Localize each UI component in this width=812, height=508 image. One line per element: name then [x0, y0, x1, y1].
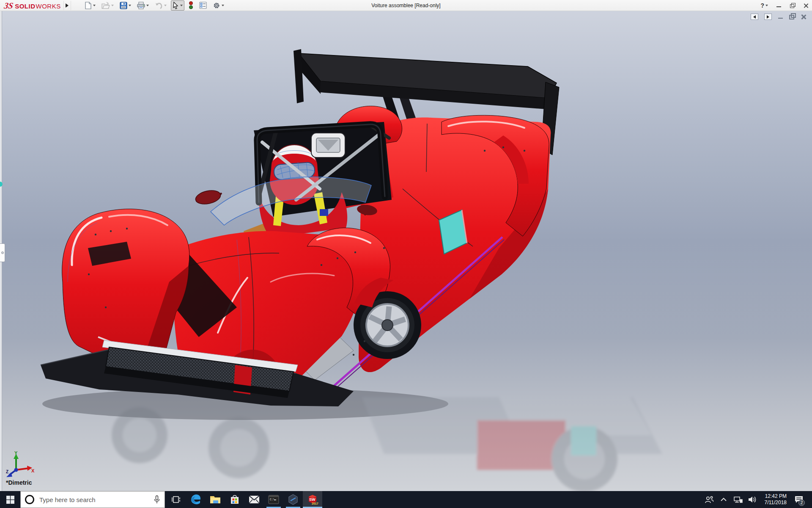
save-icon [120, 2, 127, 9]
select-cursor-icon [173, 2, 179, 9]
next-pane-button[interactable] [764, 14, 772, 20]
system-tray: 12:42 PM 7/11/2018 2 [703, 491, 812, 508]
save-button[interactable] [118, 0, 133, 11]
restore-button[interactable] [790, 3, 795, 8]
options-gear-icon [213, 2, 220, 9]
store-button[interactable] [225, 491, 244, 508]
view-orientation-label: *Dimetric [6, 479, 32, 486]
flyout-triangle-icon [66, 3, 69, 8]
solidworks-2017-icon: SW 2017 [307, 494, 318, 505]
select-dropdown-caret[interactable] [180, 5, 183, 6]
rebuild-traffic-light-icon [189, 1, 193, 9]
volume-icon [748, 496, 757, 503]
taskbar-clock[interactable]: 12:42 PM 7/11/2018 [760, 493, 791, 506]
rebuild-button[interactable] [187, 0, 195, 11]
file-explorer-button[interactable] [206, 491, 225, 508]
options-button[interactable] [211, 0, 226, 11]
command-prompt-icon: C:\ [268, 495, 279, 504]
previous-pane-button[interactable] [751, 14, 758, 20]
doc-minimize-button[interactable] [778, 14, 783, 19]
action-center-button[interactable]: 2 [793, 491, 805, 508]
print-dropdown-caret[interactable] [146, 5, 149, 6]
windows-logo-icon [6, 496, 14, 504]
people-button[interactable] [703, 491, 716, 508]
file-properties-icon [199, 2, 207, 9]
network-button[interactable] [732, 491, 744, 508]
mail-button[interactable] [244, 491, 264, 508]
triad-z-label: Z [6, 469, 8, 474]
file-explorer-icon [210, 495, 221, 504]
race-car-model[interactable] [0, 11, 812, 491]
hexagon-app-icon [288, 494, 299, 505]
volume-button[interactable] [746, 491, 759, 508]
3ds-mark: 3S [3, 1, 14, 10]
new-document-icon [85, 2, 92, 9]
taskbar: C:\ SW 2017 [0, 491, 812, 508]
print-icon [137, 2, 145, 9]
taskbar-search[interactable] [20, 491, 165, 508]
new-dropdown-caret[interactable] [93, 5, 96, 6]
file-properties-button[interactable] [198, 0, 208, 10]
menu-flyout-arrow[interactable] [63, 1, 71, 10]
close-button[interactable] [804, 3, 809, 8]
edge-icon [190, 494, 201, 505]
save-dropdown-caret[interactable] [129, 5, 131, 6]
document-window-controls [751, 14, 806, 20]
task-view-icon [172, 495, 181, 504]
arrow-right-icon [767, 15, 769, 19]
quick-access-toolbar [83, 0, 226, 11]
task-view-button[interactable] [167, 491, 186, 508]
triad-x-label: X [31, 468, 35, 473]
edge-button[interactable] [186, 491, 206, 508]
air-intake[interactable] [311, 133, 345, 157]
cortana-icon [25, 495, 34, 504]
reference-triad: Y X Z [5, 451, 35, 479]
help-button[interactable]: ? [760, 2, 768, 9]
undo-icon [155, 2, 163, 9]
microphone-icon[interactable] [154, 495, 160, 504]
undo-dropdown-caret[interactable] [164, 5, 167, 6]
search-input[interactable] [38, 496, 149, 504]
clock-time: 12:42 PM [765, 493, 787, 500]
chevron-up-icon [720, 497, 727, 502]
solidworks-2017-button[interactable]: SW 2017 [303, 491, 322, 508]
open-icon [102, 2, 110, 9]
people-icon [705, 495, 714, 504]
minimize-button[interactable] [776, 3, 782, 8]
clock-date: 7/11/2018 [765, 500, 787, 506]
mail-icon [249, 495, 260, 504]
select-button[interactable] [171, 0, 184, 11]
arrow-left-icon [753, 15, 756, 19]
brand-solid: SOLID [15, 3, 35, 10]
graphics-area[interactable]: Y X Z *Dimetric [0, 11, 812, 491]
open-dropdown-caret[interactable] [111, 5, 114, 6]
options-dropdown-caret[interactable] [222, 5, 224, 6]
command-prompt-button[interactable]: C:\ [264, 491, 283, 508]
undo-button[interactable] [153, 1, 168, 10]
triad-y-label: Y [14, 451, 18, 456]
network-icon [733, 496, 743, 503]
hidden-icons-button[interactable] [717, 491, 730, 508]
print-button[interactable] [135, 0, 151, 11]
title-bar: 3S SOLID WORKS [0, 0, 812, 11]
doc-close-button[interactable] [801, 14, 806, 19]
help-icon: ? [760, 2, 764, 9]
start-button[interactable] [0, 491, 20, 508]
new-document-button[interactable] [83, 0, 97, 11]
doc-restore-button[interactable] [789, 14, 795, 19]
taskbar-icons: C:\ SW 2017 [167, 491, 322, 508]
notification-badge: 2 [798, 500, 805, 506]
open-button[interactable] [100, 0, 115, 11]
window-controls: ? [760, 0, 809, 11]
solidworks-logo[interactable]: 3S SOLID WORKS [0, 1, 63, 10]
brand-works: WORKS [36, 3, 60, 10]
hexagon-app-button[interactable] [283, 491, 303, 508]
help-dropdown-caret[interactable] [765, 5, 768, 6]
store-icon [230, 494, 240, 505]
svg-text:SW: SW [309, 497, 315, 502]
document-title: Voiture assomblee [Read-only] [371, 0, 440, 11]
svg-text:2017: 2017 [312, 502, 318, 505]
